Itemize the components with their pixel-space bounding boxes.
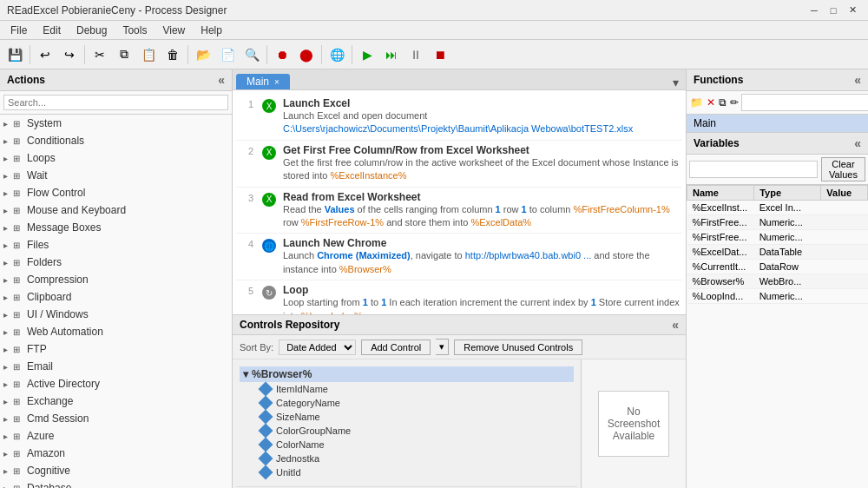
sidebar-item-ftp[interactable]: ▸ ⊞ FTP xyxy=(0,340,232,358)
clear-values-button[interactable]: Clear Values xyxy=(821,157,865,181)
sidebar-item-flow-control[interactable]: ▸ ⊞ Flow Control xyxy=(0,184,232,201)
delete-button[interactable]: 🗑 xyxy=(161,43,184,66)
process-step-5: 5 ↻ Loop Loop starting from 1 to 1 In ea… xyxy=(236,280,682,314)
sort-by-select[interactable]: Date Added xyxy=(279,340,356,355)
files-label: Files xyxy=(27,239,49,251)
flow-icon: ⊞ xyxy=(10,186,23,200)
table-row[interactable]: %FirstFree...Numeric... xyxy=(687,230,868,245)
variables-toolbar: Clear Values xyxy=(687,155,868,185)
add-control-arrow-button[interactable]: ▾ xyxy=(436,339,449,355)
minimize-button[interactable]: ─ xyxy=(806,3,823,17)
sidebar-item-system[interactable]: ▸ ⊞ System xyxy=(0,115,232,132)
step-button[interactable]: ⏭ xyxy=(380,43,403,66)
play-button[interactable]: ▶ xyxy=(356,43,378,66)
sidebar-item-active-directory[interactable]: ▸ ⊞ Active Directory xyxy=(0,375,232,392)
func-copy-button[interactable]: ⧉ xyxy=(718,94,727,111)
open-button[interactable]: 📂 xyxy=(192,43,214,66)
stop-button[interactable]: ⏹ xyxy=(429,43,451,66)
functions-pin-button[interactable]: « xyxy=(854,73,861,87)
sidebar-item-email[interactable]: ▸ ⊞ Email xyxy=(0,358,232,375)
sidebar-item-cmd-session[interactable]: ▸ ⊞ Cmd Session xyxy=(0,410,232,427)
sidebar-item-files[interactable]: ▸ ⊞ Files xyxy=(0,236,232,254)
record-button[interactable]: ⏺ xyxy=(271,43,293,66)
sidebar-item-database[interactable]: ▸ ⊞ Database xyxy=(0,479,232,488)
cut-button[interactable]: ✂ xyxy=(89,43,111,66)
cmd-icon: ⊞ xyxy=(10,412,23,425)
tree-root-item[interactable]: ▾ %Browser% xyxy=(240,366,574,382)
undo-button[interactable]: ↩ xyxy=(34,43,56,66)
table-row[interactable]: %ExcelDat...DataTable xyxy=(687,245,868,260)
tree-item-itemidname[interactable]: ItemIdName xyxy=(240,382,574,396)
sidebar-item-conditionals[interactable]: ▸ ⊞ Conditionals xyxy=(0,132,232,149)
redo-button[interactable]: ↪ xyxy=(58,43,81,66)
menu-help[interactable]: Help xyxy=(194,23,229,38)
functions-main-item[interactable]: Main xyxy=(687,115,868,132)
tree-item-jednostka[interactable]: Jednostka xyxy=(240,452,574,465)
step-path: C:\Users\rjachowicz\Documents\Projekty\B… xyxy=(283,123,633,134)
table-row[interactable]: %CurrentIt...DataRow xyxy=(687,260,868,274)
actions-search-input[interactable] xyxy=(3,95,228,110)
menu-view[interactable]: View xyxy=(155,23,192,38)
record2-button[interactable]: ⬤ xyxy=(295,43,318,66)
tab-dropdown-button[interactable]: ▾ xyxy=(669,76,682,89)
step-number: 1 xyxy=(236,97,253,109)
menu-debug[interactable]: Debug xyxy=(69,23,114,38)
func-delete-button[interactable]: ✕ xyxy=(706,94,716,111)
sidebar-item-cognitive[interactable]: ▸ ⊞ Cognitive xyxy=(0,462,232,479)
table-row[interactable]: %FirstFree...Numeric... xyxy=(687,215,868,230)
functions-search-input[interactable] xyxy=(741,94,868,111)
func-folder-button[interactable]: 📁 xyxy=(689,94,704,111)
menu-file[interactable]: File xyxy=(3,23,34,38)
sidebar-item-folders[interactable]: ▸ ⊞ Folders xyxy=(0,254,232,271)
tree-item-colorname[interactable]: ColorName xyxy=(240,438,574,452)
table-row[interactable]: %ExcelInst...Excel In... xyxy=(687,201,868,215)
sidebar-item-wait[interactable]: ▸ ⊞ Wait xyxy=(0,167,232,184)
tab-close-button[interactable]: × xyxy=(274,77,279,87)
var-cell-name: %ExcelInst... xyxy=(687,201,754,215)
sidebar-item-ui-windows[interactable]: ▸ ⊞ UI / Windows xyxy=(0,306,232,323)
browser-button[interactable]: 🌐 xyxy=(326,43,348,66)
table-row[interactable]: %Browser%WebBro... xyxy=(687,274,868,289)
sidebar-item-exchange[interactable]: ▸ ⊞ Exchange xyxy=(0,392,232,410)
tree-item-sizename[interactable]: SizeName xyxy=(240,410,574,424)
controls-pin-button[interactable]: « xyxy=(672,318,679,332)
func-edit-button[interactable]: ✏ xyxy=(729,94,740,111)
sidebar-item-mouse-keyboard[interactable]: ▸ ⊞ Mouse and Keyboard xyxy=(0,201,232,219)
remove-unused-controls-button[interactable]: Remove Unused Controls xyxy=(454,340,582,355)
tree-item-unitid[interactable]: UnitId xyxy=(240,465,574,479)
sidebar-item-message-boxes[interactable]: ▸ ⊞ Message Boxes xyxy=(0,219,232,236)
var-cell-type: Numeric... xyxy=(754,230,821,245)
expand-icon: ▸ xyxy=(3,449,8,458)
process-step-3: 3 X Read from Excel Worksheet Read the V… xyxy=(236,188,682,234)
pause-button[interactable]: ⏸ xyxy=(404,43,427,66)
paste-button[interactable]: 📋 xyxy=(137,43,160,66)
variables-table: Name Type Value %ExcelInst...Excel In...… xyxy=(687,185,868,488)
add-control-button[interactable]: Add Control xyxy=(361,340,431,355)
wait-icon: ⊞ xyxy=(10,168,23,182)
tree-item-colorgroupname[interactable]: ColorGroupName xyxy=(240,424,574,438)
maximize-button[interactable]: □ xyxy=(825,3,842,17)
tree-item-categoryname[interactable]: CategoryName xyxy=(240,396,574,410)
copy-button[interactable]: ⧉ xyxy=(113,43,135,66)
sidebar-item-compression[interactable]: ▸ ⊞ Compression xyxy=(0,271,232,288)
close-button[interactable]: ✕ xyxy=(844,3,861,17)
tree-item-icon xyxy=(259,465,273,480)
var-cell-name: %Browser% xyxy=(687,274,754,289)
actions-pin-button[interactable]: « xyxy=(218,73,225,87)
save-button[interactable]: 💾 xyxy=(3,43,26,66)
table-row[interactable]: %LoopInd...Numeric... xyxy=(687,289,868,304)
sidebar-item-clipboard[interactable]: ▸ ⊞ Clipboard xyxy=(0,288,232,306)
expand-icon: ▸ xyxy=(3,293,8,302)
zoom-button[interactable]: 🔍 xyxy=(240,43,263,66)
sidebar-item-web-automation[interactable]: ▸ ⊞ Web Automation xyxy=(0,323,232,340)
sidebar-item-azure[interactable]: ▸ ⊞ Azure xyxy=(0,427,232,445)
sidebar-item-loops[interactable]: ▸ ⊞ Loops xyxy=(0,149,232,167)
mouse-label: Mouse and Keyboard xyxy=(27,204,126,216)
menu-tools[interactable]: Tools xyxy=(115,23,154,38)
variables-search-input[interactable] xyxy=(689,161,818,178)
sidebar-item-amazon[interactable]: ▸ ⊞ Amazon xyxy=(0,445,232,462)
new-button[interactable]: 📄 xyxy=(216,43,239,66)
tab-main[interactable]: Main × xyxy=(236,74,290,89)
variables-pin-button[interactable]: « xyxy=(854,136,861,150)
menu-edit[interactable]: Edit xyxy=(36,23,68,38)
